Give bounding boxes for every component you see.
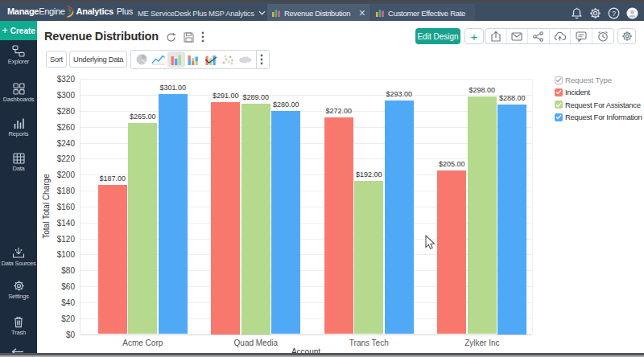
sidebar-item-dashboards[interactable]: Dashboards	[0, 83, 37, 103]
tab-label: Customer Effective Rate	[388, 9, 465, 18]
user-avatar[interactable]	[626, 6, 638, 19]
create-button[interactable]: + Create	[0, 21, 37, 40]
bar-request-for-assistance-trans-tech[interactable]	[354, 181, 383, 334]
bar-request-for-assistance-quad-media[interactable]	[242, 104, 270, 334]
tab-customer-effective-rate[interactable]: Customer Effective Rate	[371, 4, 475, 23]
sidebar-item-explorer[interactable]: Explorer	[0, 45, 37, 65]
tab-label: Revenue Distribution	[284, 9, 350, 18]
bar-incident-quad-media[interactable]	[211, 102, 240, 334]
mail-button[interactable]	[507, 29, 529, 43]
explorer-icon	[0, 45, 37, 57]
report-settings-button[interactable]	[617, 28, 636, 44]
y-axis-tick-label: $20	[43, 314, 75, 323]
bar-incident-trans-tech[interactable]	[324, 117, 353, 334]
sidebar-item-data[interactable]: Data	[0, 153, 37, 172]
line-chart-icon	[151, 54, 166, 65]
notifications-icon[interactable]	[571, 6, 583, 19]
bar-request-for-information-acme-corp[interactable]	[159, 94, 188, 334]
sidebar-item-reports[interactable]: Reports	[0, 117, 37, 137]
x-axis-category-label: Acme Corp	[102, 339, 183, 347]
chart-type-combo-button[interactable]	[202, 51, 220, 68]
y-axis-tick-label: $300	[43, 91, 75, 100]
share-icon	[533, 31, 543, 42]
add-button[interactable]: +	[464, 28, 484, 44]
share-button[interactable]	[528, 29, 550, 43]
bar-request-for-information-zylker-inc[interactable]	[497, 105, 526, 334]
x-axis-category-label: Zylker Inc	[442, 339, 522, 347]
kebab-icon	[260, 54, 263, 65]
chart-type-more-button[interactable]	[256, 50, 267, 69]
chart-type-bar-button[interactable]	[167, 51, 185, 68]
sidebar-item-settings[interactable]: Settings	[0, 280, 37, 300]
tab-strip: Revenue Distribution✕Customer Effective …	[267, 3, 475, 23]
report-tab-icon	[272, 9, 280, 18]
legend-item-label: Request For Information	[565, 113, 642, 121]
tab-close-icon[interactable]: ✕	[358, 9, 365, 18]
bar-incident-zylker-inc[interactable]	[437, 170, 466, 334]
underlying-data-button[interactable]: Underlying Data	[69, 51, 127, 68]
kebab-icon[interactable]	[201, 31, 204, 43]
legend-item-incident[interactable]: Incident	[555, 88, 642, 96]
logo-text-plus: Plus	[117, 6, 133, 16]
help-icon[interactable]: ?	[608, 6, 620, 19]
main-content: Revenue Distribution Edit Design + Sort …	[37, 21, 644, 353]
legend-item-request-for-assistance[interactable]: Request For Assistance	[555, 101, 642, 109]
gridline	[80, 79, 532, 80]
settings-icon[interactable]	[589, 6, 601, 19]
legend-item-checkbox[interactable]	[555, 113, 563, 121]
chart-type-line-button[interactable]	[151, 51, 168, 68]
sidebar-item-trash[interactable]: Trash	[0, 316, 37, 336]
alarm-button[interactable]	[592, 29, 614, 43]
cloud-upload-button[interactable]	[550, 29, 572, 43]
y-axis-tick-label: $100	[43, 250, 75, 259]
settings-icon	[0, 280, 37, 292]
chart-type-stacked-bar-button[interactable]	[185, 51, 203, 68]
gridline	[80, 111, 532, 112]
bar-value-label: $280.00	[262, 101, 310, 109]
y-axis-tick-label: $220	[43, 154, 75, 163]
bar-value-label: $298.00	[458, 86, 506, 94]
legend-item-checkbox[interactable]	[555, 101, 563, 109]
legend-header[interactable]: Request Type	[555, 76, 642, 84]
mouse-cursor	[425, 235, 436, 250]
bar-request-for-information-quad-media[interactable]	[271, 111, 300, 334]
chart-type-pie-button[interactable]	[133, 51, 151, 68]
tab-revenue-distribution[interactable]: Revenue Distribution✕	[267, 4, 370, 23]
chart-type-map-button[interactable]	[237, 51, 254, 68]
logo-text-analytics: Analytics	[76, 6, 114, 16]
legend-header-checkbox[interactable]	[555, 76, 563, 84]
sidebar: + Create ExplorerDashboardsReportsDataDa…	[0, 21, 37, 355]
edit-design-button[interactable]: Edit Design	[415, 28, 460, 44]
bar-incident-acme-corp[interactable]	[98, 185, 127, 334]
logo-swoosh-icon	[66, 5, 75, 18]
workspace-selector-label: ME ServiceDesk Plus MSP Analytics	[138, 9, 254, 18]
chart-type-scatter-button[interactable]	[220, 51, 237, 68]
sidebar-item-label: Settings	[0, 293, 37, 300]
legend-item-request-for-information[interactable]: Request For Information	[555, 113, 642, 121]
combo-chart-icon	[204, 54, 217, 66]
chart-legend: Request TypeIncidentRequest For Assistan…	[555, 76, 642, 125]
y-axis-tick-label: $80	[43, 266, 75, 275]
bar-request-for-assistance-acme-corp[interactable]	[128, 123, 157, 334]
cloud-upload-icon	[554, 31, 566, 41]
trash-icon	[0, 316, 37, 328]
legend-item-checkbox[interactable]	[555, 88, 563, 96]
bar-request-for-assistance-zylker-inc[interactable]	[468, 96, 497, 334]
bar-request-for-information-trans-tech[interactable]	[385, 101, 414, 334]
pie-chart-icon	[135, 53, 148, 66]
gridline	[80, 95, 532, 96]
comment-button[interactable]	[571, 29, 592, 43]
save-icon[interactable]	[184, 32, 194, 43]
export-button[interactable]	[485, 29, 507, 43]
report-action-icon-group	[485, 28, 614, 44]
y-axis-tick-label: $240	[43, 139, 75, 148]
legend-item-label: Request For Assistance	[565, 101, 641, 109]
sort-button[interactable]: Sort	[46, 51, 67, 68]
refresh-icon[interactable]	[166, 32, 176, 43]
svg-text:?: ?	[612, 9, 616, 17]
sidebar-item-data-sources[interactable]: Data Sources	[0, 247, 37, 267]
y-axis-tick-label: $40	[43, 298, 75, 307]
stacked-bar-chart-icon	[187, 54, 200, 66]
workspace-selector[interactable]: ME ServiceDesk Plus MSP Analytics	[138, 3, 266, 23]
report-title: Revenue Distribution	[44, 30, 159, 43]
